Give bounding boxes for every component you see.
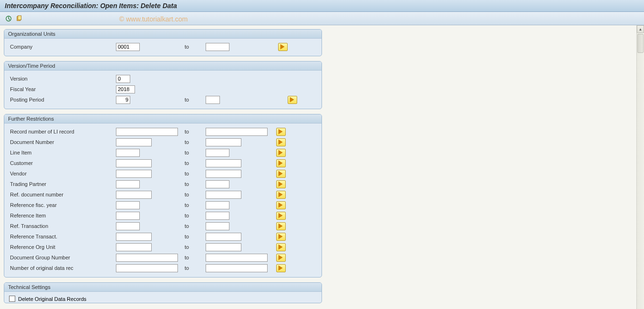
restriction-input-to[interactable] xyxy=(206,138,241,146)
restriction-row: Document Numberto xyxy=(9,137,317,147)
label-to: to xyxy=(185,160,204,166)
restriction-input-to[interactable] xyxy=(206,212,229,220)
restriction-input-from[interactable] xyxy=(116,222,140,230)
group-further-restrictions: Further Restrictions Record number of LI… xyxy=(4,114,322,278)
restriction-input-to[interactable] xyxy=(206,254,268,262)
restriction-label: Reference Item xyxy=(9,213,114,218)
group-technical-settings: Technical Settings Delete Original Data … xyxy=(4,282,322,303)
get-variant-button[interactable] xyxy=(15,15,23,22)
svg-rect-2 xyxy=(18,15,21,20)
label-to: to xyxy=(185,213,204,218)
input-posting-period-to[interactable] xyxy=(206,96,220,104)
label-to: to xyxy=(185,234,204,239)
scroll-up-button[interactable]: ▲ xyxy=(637,25,644,33)
restriction-input-from[interactable] xyxy=(116,159,152,167)
label-to: to xyxy=(185,44,204,50)
restriction-row: Reference Itemto xyxy=(9,210,317,221)
restriction-input-from[interactable] xyxy=(116,128,178,136)
label-version: Version xyxy=(9,76,114,82)
group-version-time-period: Version/Time Period Version Fiscal Year xyxy=(4,61,322,109)
multiple-selection-button[interactable] xyxy=(276,138,286,146)
restriction-input-from[interactable] xyxy=(116,191,152,199)
multiple-selection-button[interactable] xyxy=(288,96,297,104)
restriction-input-from[interactable] xyxy=(116,264,178,272)
label-to: to xyxy=(185,139,204,145)
restriction-input-to[interactable] xyxy=(206,128,268,136)
right-pane: ▲ xyxy=(326,25,644,309)
label-to: to xyxy=(185,202,204,208)
vertical-scrollbar[interactable]: ▲ xyxy=(636,25,644,309)
input-posting-period-from[interactable] xyxy=(116,96,130,104)
restriction-input-to[interactable] xyxy=(206,264,268,272)
input-company-from[interactable] xyxy=(116,43,140,51)
input-fiscal-year[interactable] xyxy=(116,85,135,93)
restriction-input-from[interactable] xyxy=(116,212,140,220)
multiple-selection-button[interactable] xyxy=(276,254,286,262)
restriction-input-to[interactable] xyxy=(206,191,241,199)
restriction-label: Number of original data rec xyxy=(9,265,114,271)
restriction-input-to[interactable] xyxy=(206,222,229,230)
execute-button[interactable] xyxy=(5,15,12,22)
multiple-selection-button[interactable] xyxy=(276,170,286,178)
multiple-selection-button[interactable] xyxy=(276,191,286,199)
multiple-selection-button[interactable] xyxy=(276,128,286,136)
restriction-label: Record number of LI record xyxy=(9,129,114,134)
restriction-row: Reference Transact.to xyxy=(9,231,317,242)
row-posting-period: Posting Period to xyxy=(9,94,317,105)
restriction-input-to[interactable] xyxy=(206,180,229,188)
restriction-row: Line Itemto xyxy=(9,147,317,158)
group-header: Technical Settings xyxy=(4,283,322,292)
group-header: Further Restrictions xyxy=(4,114,322,124)
row-company: Company to xyxy=(9,41,317,52)
label-to: to xyxy=(185,97,204,103)
restriction-input-from[interactable] xyxy=(116,233,152,241)
restriction-input-from[interactable] xyxy=(116,170,152,178)
restriction-label: Ref. Transaction xyxy=(9,223,114,229)
multiple-selection-button[interactable] xyxy=(276,243,286,251)
checkbox-delete-original[interactable] xyxy=(9,296,15,302)
multiple-selection-button[interactable] xyxy=(276,264,286,272)
scroll-thumb[interactable] xyxy=(637,34,644,53)
multiple-selection-button[interactable] xyxy=(276,180,286,188)
multiple-selection-button[interactable] xyxy=(278,43,288,51)
restriction-row: Ref. document numberto xyxy=(9,189,317,200)
label-to: to xyxy=(185,181,204,187)
restriction-input-to[interactable] xyxy=(206,201,229,209)
multiple-selection-button[interactable] xyxy=(276,233,286,241)
titlebar: Intercompany Reconciliation: Open Items:… xyxy=(0,0,644,12)
multiple-selection-button[interactable] xyxy=(276,149,286,157)
restriction-label: Document Group Number xyxy=(9,255,114,260)
restriction-input-to[interactable] xyxy=(206,233,241,241)
page-title: Intercompany Reconciliation: Open Items:… xyxy=(5,2,177,10)
restriction-input-from[interactable] xyxy=(116,243,152,251)
label-to: to xyxy=(185,192,204,197)
restriction-input-to[interactable] xyxy=(206,170,241,178)
restriction-input-from[interactable] xyxy=(116,149,140,157)
input-version[interactable] xyxy=(116,75,130,83)
multiple-selection-button[interactable] xyxy=(276,159,286,167)
restriction-label: Document Number xyxy=(9,139,114,145)
restriction-input-to[interactable] xyxy=(206,149,229,157)
multiple-selection-button[interactable] xyxy=(276,222,286,230)
restriction-input-from[interactable] xyxy=(116,201,140,209)
restriction-input-from[interactable] xyxy=(116,254,178,262)
row-version: Version xyxy=(9,73,317,84)
label-posting-period: Posting Period xyxy=(9,97,114,103)
restriction-row: Ref. Transactionto xyxy=(9,221,317,231)
label-to: to xyxy=(185,150,204,155)
restriction-input-from[interactable] xyxy=(116,180,140,188)
restriction-label: Line Item xyxy=(9,150,114,155)
restriction-row: Customerto xyxy=(9,158,317,168)
restriction-input-from[interactable] xyxy=(116,138,152,146)
label-to: to xyxy=(185,255,204,260)
restriction-input-to[interactable] xyxy=(206,243,241,251)
restriction-input-to[interactable] xyxy=(206,159,241,167)
restriction-label: Reference Org Unit xyxy=(9,244,114,250)
multiple-selection-button[interactable] xyxy=(276,201,286,209)
restriction-label: Vendor xyxy=(9,171,114,176)
label-to: to xyxy=(185,223,204,229)
multiple-selection-button[interactable] xyxy=(276,212,286,220)
input-company-to[interactable] xyxy=(206,43,229,51)
label-to: to xyxy=(185,244,204,250)
group-header: Organizational Units xyxy=(4,30,322,39)
